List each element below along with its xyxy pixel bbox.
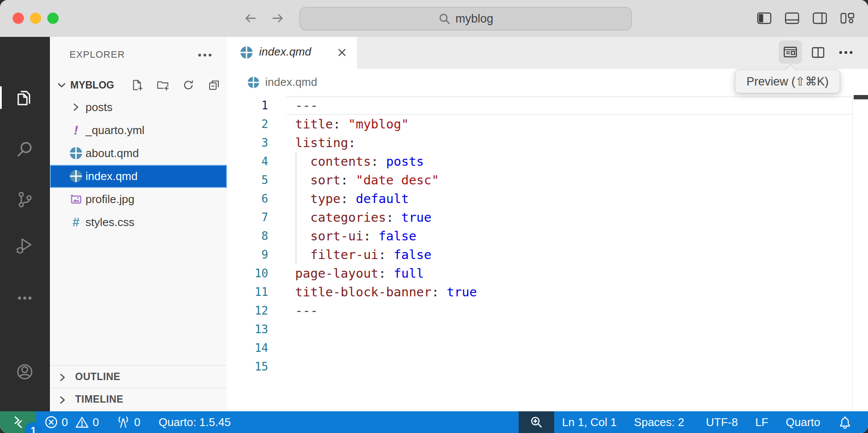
- code-line-15[interactable]: 15: [227, 358, 868, 376]
- code-line-13[interactable]: 13: [227, 320, 868, 339]
- line-content: categories: true: [268, 208, 431, 227]
- search-icon: [438, 12, 451, 25]
- line-content: filter-ui: false: [268, 246, 431, 264]
- line-content: sort-ui: false: [268, 227, 416, 246]
- zoom-window-button[interactable]: [47, 13, 59, 24]
- minimize-window-button[interactable]: [30, 13, 41, 24]
- line-content: ---: [268, 302, 318, 320]
- code-line-11[interactable]: 11title-block-banner: true: [227, 283, 868, 302]
- file-label: styles.css: [85, 216, 135, 229]
- line-content: [268, 358, 295, 376]
- outline-panel-header[interactable]: OUTLINE: [50, 365, 227, 388]
- language-mode[interactable]: Quarto: [786, 416, 821, 429]
- code-line-9[interactable]: 9 filter-ui: false: [227, 246, 868, 264]
- source-control-icon[interactable]: [14, 189, 35, 210]
- file-row-profile.jpg[interactable]: profile.jpg: [50, 188, 227, 211]
- ports-count: 0: [134, 416, 140, 429]
- breadcrumb-item: index.qmd: [265, 75, 317, 89]
- active-view-indicator: [0, 86, 2, 109]
- file-row-posts[interactable]: posts: [50, 96, 227, 119]
- more-views-icon[interactable]: [14, 288, 35, 308]
- line-number: 13: [227, 320, 268, 339]
- css-file-icon: #: [69, 216, 82, 229]
- problems-warnings[interactable]: 0: [75, 415, 99, 430]
- split-editor-icon[interactable]: [809, 43, 828, 62]
- code-line-2[interactable]: 2title: "myblog": [227, 115, 868, 134]
- line-content: sort: "date desc": [268, 171, 439, 190]
- timeline-panel-label: TIMELINE: [75, 394, 123, 405]
- file-row-_quarto.yml[interactable]: !_quarto.yml: [50, 119, 227, 142]
- command-center-search[interactable]: myblog: [299, 7, 632, 30]
- file-row-index.qmd[interactable]: index.qmd: [50, 165, 227, 188]
- notifications-bell-icon[interactable]: [838, 415, 852, 430]
- new-file-icon[interactable]: [131, 79, 144, 92]
- search-view-icon[interactable]: [14, 139, 35, 160]
- code-line-6[interactable]: 6 type: default: [227, 190, 868, 208]
- line-number: 15: [227, 358, 268, 376]
- file-tree: posts!_quarto.ymlabout.qmdindex.qmdprofi…: [50, 96, 227, 234]
- explorer-sidebar: EXPLORER MYBLOG: [50, 37, 227, 411]
- toggle-secondary-sidebar-icon[interactable]: [812, 10, 828, 26]
- warning-icon: [75, 415, 89, 430]
- new-folder-icon[interactable]: [156, 79, 169, 92]
- error-icon: [44, 415, 59, 430]
- navigate-back-icon[interactable]: [243, 10, 258, 26]
- line-content: title-block-banner: true: [268, 283, 477, 302]
- code-line-12[interactable]: 12---: [227, 302, 868, 320]
- preview-button[interactable]: [779, 40, 802, 64]
- code-line-8[interactable]: 8 sort-ui: false: [227, 227, 868, 246]
- file-row-styles.css[interactable]: #styles.css: [50, 211, 227, 234]
- folder-section-label: MYBLOG: [70, 79, 114, 91]
- quarto-file-icon: [69, 170, 82, 183]
- line-content: listing:: [268, 134, 356, 152]
- line-content: [268, 320, 295, 339]
- line-number: 2: [227, 115, 268, 134]
- timeline-panel-header[interactable]: TIMELINE: [50, 388, 227, 412]
- outline-panel-label: OUTLINE: [75, 371, 120, 383]
- chevron-right-icon: [56, 394, 69, 407]
- code-editor[interactable]: 1---2title: "myblog"3listing:4 contents:…: [227, 96, 868, 411]
- code-line-5[interactable]: 5 sort: "date desc": [227, 171, 868, 190]
- line-number: 4: [227, 152, 268, 171]
- file-row-about.qmd[interactable]: about.qmd: [50, 142, 227, 165]
- folder-section-header[interactable]: MYBLOG: [50, 75, 227, 95]
- refresh-explorer-icon[interactable]: [182, 79, 195, 92]
- status-bar: 0 0 0 Quarto: 1.5.45 Ln 1, Col: [0, 411, 868, 433]
- traffic-lights: [13, 13, 59, 24]
- cursor-position[interactable]: Ln 1, Col 1: [562, 416, 617, 429]
- forwarded-ports[interactable]: 0: [115, 415, 140, 430]
- tab-bar: index.qmd: [227, 37, 868, 69]
- collapse-folders-icon[interactable]: [207, 79, 220, 92]
- code-line-4[interactable]: 4 contents: posts: [227, 152, 868, 171]
- warning-count: 0: [92, 416, 99, 429]
- toggle-primary-sidebar-icon[interactable]: [756, 10, 773, 26]
- navigate-forward-icon[interactable]: [270, 10, 286, 26]
- close-window-button[interactable]: [13, 13, 24, 24]
- accounts-icon[interactable]: [14, 361, 35, 382]
- encoding-setting[interactable]: UTF-8: [706, 416, 738, 429]
- code-line-10[interactable]: 10page-layout: full: [227, 264, 868, 283]
- file-label: profile.jpg: [85, 193, 135, 206]
- explorer-more-actions-icon[interactable]: [197, 49, 212, 61]
- line-number: 10: [227, 264, 268, 283]
- file-label: posts: [85, 101, 112, 114]
- zoom-indicator[interactable]: [519, 411, 554, 433]
- line-content: ---: [268, 96, 318, 115]
- code-line-3[interactable]: 3listing:: [227, 134, 868, 152]
- run-debug-icon[interactable]: [14, 236, 35, 257]
- indentation-setting[interactable]: Spaces: 2: [634, 416, 684, 429]
- editor-more-actions-icon[interactable]: [836, 43, 855, 62]
- file-label: _quarto.yml: [85, 124, 145, 137]
- code-line-1[interactable]: 1---: [227, 96, 868, 115]
- code-line-7[interactable]: 7 categories: true: [227, 208, 868, 227]
- quarto-version[interactable]: Quarto: 1.5.45: [158, 416, 230, 429]
- code-line-14[interactable]: 14: [227, 339, 868, 358]
- explorer-icon[interactable]: [14, 87, 35, 108]
- eol-setting[interactable]: LF: [755, 416, 768, 429]
- toggle-panel-icon[interactable]: [784, 10, 800, 26]
- problems-errors[interactable]: 0: [44, 415, 68, 430]
- customize-layout-icon[interactable]: [839, 10, 856, 26]
- vscode-window: myblog: [0, 0, 868, 433]
- quarto-file-icon: [69, 147, 82, 160]
- line-number: 1: [227, 96, 268, 115]
